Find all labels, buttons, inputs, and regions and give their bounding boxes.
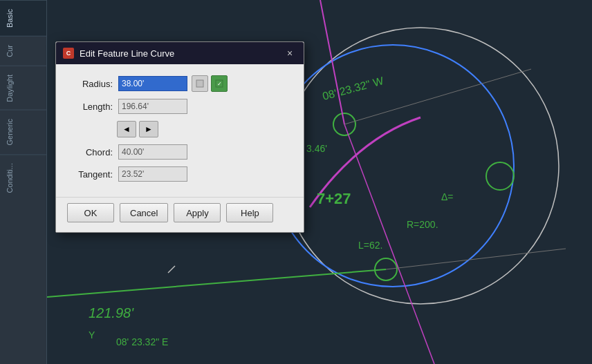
dialog-body: Radius: ✓ Length:: [56, 64, 304, 197]
radius-icon-buttons: ✓: [192, 75, 228, 92]
edit-feature-line-curve-dialog: C Edit Feature Line Curve × Radius: ✓: [55, 41, 304, 233]
svg-rect-21: [196, 80, 203, 87]
sidebar-item-cur[interactable]: Cur: [0, 36, 46, 66]
svg-line-9: [386, 249, 566, 269]
svg-line-6: [320, 0, 344, 124]
svg-point-4: [486, 162, 514, 190]
svg-point-1: [272, 45, 514, 287]
chord-row: Chord:: [70, 144, 290, 160]
tangent-label: Tangent:: [70, 169, 113, 180]
nav-back-button[interactable]: ◄: [117, 121, 136, 137]
dialog-titlebar[interactable]: C Edit Feature Line Curve ×: [56, 42, 304, 64]
ok-button[interactable]: OK: [67, 203, 114, 222]
dialog-close-button[interactable]: ×: [283, 46, 297, 60]
nav-buttons-row: ◄ ►: [117, 121, 290, 137]
cancel-button[interactable]: Cancel: [120, 203, 168, 222]
radius-input[interactable]: [118, 76, 187, 91]
svg-text:08' 23.32" E: 08' 23.32" E: [116, 336, 168, 347]
radius-row: Radius: ✓: [70, 75, 290, 92]
dialog-title: Edit Feature Line Curve: [80, 48, 277, 59]
nav-forward-button[interactable]: ►: [139, 121, 158, 137]
svg-line-20: [168, 266, 175, 273]
sidebar-item-conditi[interactable]: Conditi...: [0, 154, 46, 201]
svg-line-5: [47, 269, 386, 297]
sidebar-item-generic[interactable]: Generic: [0, 110, 46, 154]
svg-point-0: [282, 28, 559, 304]
help-button[interactable]: Help: [226, 203, 273, 222]
svg-text:Δ=: Δ=: [441, 191, 454, 202]
dialog-app-icon: C: [63, 48, 74, 59]
sidebar-item-daylight[interactable]: Daylight: [0, 66, 46, 111]
tangent-input: [118, 166, 187, 182]
radius-gray-icon[interactable]: [192, 75, 208, 92]
length-row: Length:: [70, 99, 290, 114]
svg-text:121.98': 121.98': [89, 305, 134, 320]
sidebar-item-basic[interactable]: Basic: [0, 0, 46, 36]
svg-text:R=200.: R=200.: [407, 219, 438, 230]
svg-text:L=62.: L=62.: [358, 240, 382, 251]
svg-text:Y: Y: [89, 329, 95, 341]
dialog-footer: OK Cancel Apply Help: [56, 197, 304, 232]
radius-pick-icon[interactable]: ✓: [211, 75, 228, 92]
chord-input: [118, 144, 187, 160]
radius-label: Radius:: [70, 79, 113, 89]
svg-text:3.46': 3.46': [306, 143, 327, 154]
svg-text:7+27: 7+27: [317, 190, 351, 207]
apply-button[interactable]: Apply: [174, 203, 221, 222]
length-label: Length:: [70, 102, 113, 112]
tangent-row: Tangent:: [70, 166, 290, 182]
sidebar: Basic Cur Daylight Generic Conditi...: [0, 0, 47, 364]
chord-label: Chord:: [70, 147, 113, 157]
svg-text:08' 23.32" W: 08' 23.32" W: [321, 75, 385, 102]
svg-text:✓: ✓: [217, 81, 222, 87]
length-input: [118, 99, 187, 114]
